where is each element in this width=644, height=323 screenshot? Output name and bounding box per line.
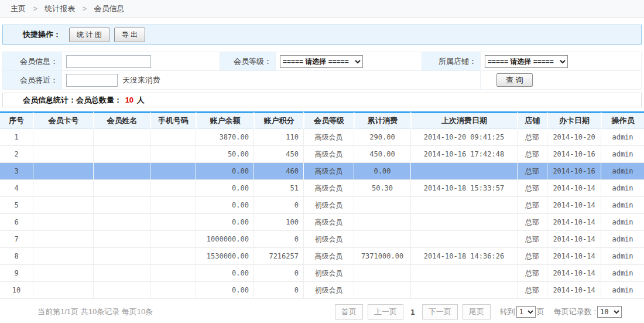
table-cell: 总部 [517, 265, 547, 282]
table-cell: 4 [0, 180, 33, 197]
days-label: 会员将近： [3, 71, 62, 90]
table-cell: 450.00 [354, 146, 410, 163]
table-cell: 总部 [517, 180, 547, 197]
table-cell: 初级会员 [303, 231, 354, 248]
filter-form: 会员信息： 会员等级： ===== 请选择 ===== 所属店铺： ===== … [2, 52, 642, 90]
column-header: 账户余额 [196, 111, 254, 129]
table-cell: 8 [0, 248, 33, 265]
table-row[interactable]: 30.00460高级会员0.00总部2014-10-16admin [0, 163, 644, 180]
table-row[interactable]: 50.000初级会员总部2014-10-14admin [0, 197, 644, 214]
member-level-select[interactable]: ===== 请选择 ===== [280, 55, 363, 68]
table-cell [150, 265, 196, 282]
table-row[interactable]: 71000000.000初级会员总部2014-10-14admin [0, 231, 644, 248]
member-total-count: 10 [124, 96, 135, 104]
table-cell: 总部 [517, 231, 547, 248]
table-cell: 5 [0, 197, 33, 214]
table-cell [150, 197, 196, 214]
member-level-label: 会员等级： [220, 52, 276, 71]
table-cell: 高级会员 [303, 163, 354, 180]
last-page-button[interactable]: 尾页 [463, 304, 491, 319]
table-cell: 总部 [517, 146, 547, 163]
table-cell: 高级会员 [303, 146, 354, 163]
table-cell: 460 [254, 163, 303, 180]
table-cell: 6 [0, 214, 33, 231]
column-header: 账户积分 [254, 111, 303, 129]
table-cell: 10 [0, 282, 33, 299]
table-cell: 2014-10-14 [547, 180, 601, 197]
table-cell [410, 214, 517, 231]
table-cell: 2014-10-14 [547, 265, 601, 282]
table-cell [93, 163, 150, 180]
table-cell: 2014-10-20 [547, 129, 601, 146]
page-size-select[interactable]: 10 [597, 306, 622, 318]
table-cell: 2014-10-20 09:41:25 [410, 129, 517, 146]
table-cell [93, 129, 150, 146]
table-cell: 总部 [517, 282, 547, 299]
breadcrumb-home[interactable]: 主页 [11, 4, 26, 13]
next-page-button[interactable]: 下一页 [422, 304, 458, 319]
table-cell: 0.00 [196, 197, 254, 214]
table-cell: 3870.00 [196, 129, 254, 146]
table-cell: 51 [254, 180, 303, 197]
quick-actions-label: 快捷操作： [23, 29, 61, 40]
table-cell: 2014-10-18 15:33:57 [410, 180, 517, 197]
table-cell [33, 180, 93, 197]
table-row[interactable]: 81530000.007216257高级会员7371000.002014-10-… [0, 248, 644, 265]
table-cell: 0.00 [196, 265, 254, 282]
table-cell: 9 [0, 265, 33, 282]
table-row[interactable]: 40.0051高级会员50.302014-10-18 15:33:57总部201… [0, 180, 644, 197]
breadcrumb-reports[interactable]: 统计报表 [44, 4, 75, 13]
days-input[interactable] [66, 74, 118, 87]
table-cell: 7216257 [254, 248, 303, 265]
table-row[interactable]: 60.00100高级会员总部2014-10-14admin [0, 214, 644, 231]
table-cell [93, 214, 150, 231]
prev-page-button[interactable]: 上一页 [368, 304, 403, 319]
table-cell [150, 214, 196, 231]
table-cell: admin [601, 197, 644, 214]
table-cell [33, 146, 93, 163]
export-button[interactable]: 导 出 [114, 28, 145, 42]
member-info-input[interactable] [66, 55, 151, 68]
table-cell [354, 265, 410, 282]
table-cell: 0.00 [354, 163, 410, 180]
column-header: 会员姓名 [93, 111, 150, 129]
table-cell: 高级会员 [303, 129, 354, 146]
column-header: 序号 [0, 111, 33, 129]
chart-button[interactable]: 统 计 图 [69, 28, 109, 42]
table-cell: 0 [254, 265, 303, 282]
table-cell: 0.00 [196, 214, 254, 231]
table-row[interactable]: 250.00450高级会员450.002014-10-16 17:42:48总部… [0, 146, 644, 163]
days-suffix: 天没来消费 [122, 76, 160, 84]
goto-label: 转到 [500, 307, 515, 317]
table-cell: 0 [254, 231, 303, 248]
table-cell: 7 [0, 231, 33, 248]
table-cell [150, 163, 196, 180]
goto-suffix: 页 [537, 307, 544, 317]
table-cell: 50.30 [354, 180, 410, 197]
table-row[interactable]: 90.000初级会员总部2014-10-14admin [0, 265, 644, 282]
table-cell: 2014-10-16 [547, 146, 601, 163]
table-row[interactable]: 100.000初级会员总部2014-10-14admin [0, 282, 644, 299]
breadcrumb-member-info[interactable]: 会员信息 [94, 4, 125, 13]
table-cell [354, 197, 410, 214]
breadcrumb-separator: > [33, 5, 37, 13]
first-page-button[interactable]: 首页 [335, 304, 363, 319]
table-cell: 1530000.00 [196, 248, 254, 265]
table-cell [93, 180, 150, 197]
query-button[interactable]: 查 询 [496, 73, 533, 87]
table-cell [410, 265, 517, 282]
footer: 当前第1/1页 共10条记录 每页10条 首页 上一页 1 下一页 尾页 转到 … [0, 299, 644, 319]
table-cell: 总部 [517, 129, 547, 146]
store-select[interactable]: ===== 请选择 ===== [485, 55, 568, 68]
table-cell: 总部 [517, 214, 547, 231]
goto-page-select[interactable]: 1 [516, 306, 536, 318]
table-cell: admin [601, 214, 644, 231]
table-row[interactable]: 13870.00110高级会员290.002014-10-20 09:41:25… [0, 129, 644, 146]
stats-bar: 会员信息统计：会员总数量： 10 人 [2, 93, 642, 107]
table-cell [93, 197, 150, 214]
table-cell: 2014-10-18 14:36:26 [410, 248, 517, 265]
column-header: 手机号码 [150, 111, 196, 129]
table-cell [33, 214, 93, 231]
store-label: 所属店铺： [422, 52, 481, 71]
table-cell [93, 248, 150, 265]
